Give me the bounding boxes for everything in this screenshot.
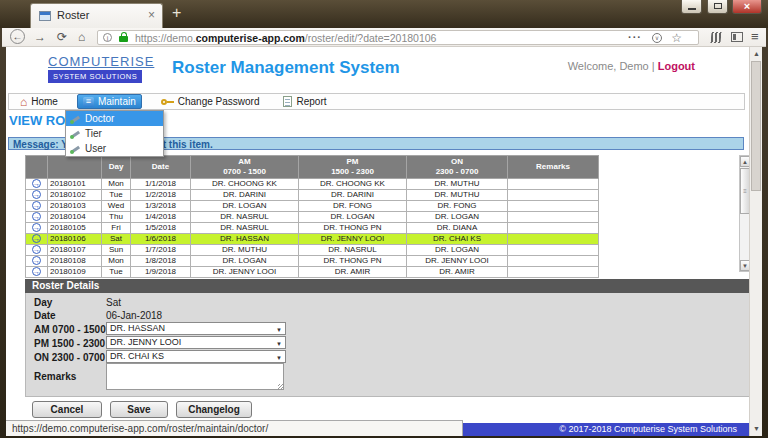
scroll-up-icon[interactable]: ▲ — [740, 156, 749, 167]
table-row-selected[interactable]: 20180106Sat1/6/2018DR. HASSANDR. JENNY L… — [26, 234, 599, 245]
save-button[interactable]: Save — [110, 401, 168, 418]
cell-on: DR. LOGAN — [407, 245, 508, 256]
cell-id: 20180101 — [48, 179, 102, 190]
edit-row-arrow-icon[interactable] — [32, 212, 41, 221]
edit-row-arrow-icon[interactable] — [32, 179, 41, 188]
on-doctor-select[interactable]: DR. CHAI KS ▼ — [106, 350, 286, 363]
cancel-button[interactable]: Cancel — [32, 401, 102, 418]
cell-date: 1/5/2018 — [131, 223, 191, 234]
logo-text[interactable]: COMPUTERISE — [48, 54, 154, 69]
header-remarks: Remarks — [508, 156, 599, 179]
cell-am: DR. JENNY LOOI — [191, 267, 299, 278]
url-prefix: https://demo. — [135, 32, 196, 44]
dropdown-item-tier[interactable]: Tier — [66, 126, 163, 141]
tab-close-icon[interactable]: × — [148, 8, 155, 22]
edit-row-arrow-icon[interactable] — [32, 201, 41, 210]
edit-row-arrow-icon[interactable] — [32, 245, 41, 254]
resize-grip-icon[interactable] — [278, 384, 284, 390]
menu-item-maintain[interactable]: ≡ Maintain — [77, 94, 142, 109]
tab-title: Roster — [57, 9, 89, 21]
edit-row-arrow-icon[interactable] — [32, 267, 41, 276]
table-row[interactable]: 20180107Sun1/7/2018DR. MUTHUDR. NASRULDR… — [26, 245, 599, 256]
cell-pm: DR. FONG — [299, 201, 407, 212]
on-doctor-value: DR. CHAI KS — [110, 351, 164, 361]
maximize-button[interactable] — [707, 0, 728, 14]
cell-date: 1/3/2018 — [131, 201, 191, 212]
table-row[interactable]: 20180104Thu1/4/2018DR. NASRULDR. LOGANDR… — [26, 212, 599, 223]
remarks-label: Remarks — [34, 371, 76, 382]
address-bar[interactable]: i https://demo.computerise-app.com/roste… — [97, 30, 699, 45]
edit-row-arrow-icon[interactable] — [32, 190, 41, 199]
table-row[interactable]: 20180105Fri1/5/2018DR. NASRULDR. THONG P… — [26, 223, 599, 234]
menu-item-label: Change Password — [178, 96, 260, 107]
back-icon[interactable]: ← — [10, 29, 25, 44]
page-actions-icon[interactable]: ··· — [628, 31, 642, 43]
cell-am: DR. MUTHU — [191, 245, 299, 256]
logout-link[interactable]: Logout — [658, 60, 695, 72]
edit-row-arrow-icon[interactable] — [32, 234, 41, 243]
pm-label: PM 1500 - 2300 — [34, 338, 105, 349]
edit-row-arrow-icon[interactable] — [32, 223, 41, 232]
table-row[interactable]: 20180102Tue1/2/2018DR. DARINIDR. DARINID… — [26, 190, 599, 201]
menu-item-home[interactable]: ⌂ Home — [15, 95, 63, 108]
table-row[interactable]: 20180109Tue1/9/2018DR. JENNY LOOIDR. AMI… — [26, 267, 599, 278]
key-icon — [161, 98, 174, 106]
report-document-icon — [283, 96, 292, 107]
bookmark-star-icon[interactable]: ☆ — [671, 31, 682, 45]
edit-row-arrow-icon[interactable] — [32, 256, 41, 265]
refresh-icon[interactable]: ⟳ — [57, 30, 67, 44]
window-titlebar[interactable]: Roster × + × — [0, 0, 768, 28]
scroll-up-icon[interactable]: ▲ — [752, 50, 761, 57]
url-text[interactable]: https://demo.computerise-app.com/roster/… — [135, 32, 436, 44]
dropdown-item-label: Doctor — [85, 113, 114, 124]
cell-day: Tue — [102, 267, 131, 278]
changelog-button[interactable]: Changelog — [176, 401, 252, 418]
menu-hamburger-icon[interactable]: ≡ — [751, 29, 759, 44]
scroll-down-icon[interactable]: ▼ — [752, 425, 761, 432]
pm-doctor-select[interactable]: DR. JENNY LOOI ▼ — [106, 336, 286, 349]
scrollbar-thumb[interactable]: ≡ — [740, 168, 749, 214]
scrollbar-thumb[interactable] — [751, 61, 761, 191]
cell-on: DR. MUTHU — [407, 190, 508, 201]
forward-icon[interactable]: → — [34, 30, 46, 44]
minimize-button[interactable] — [681, 0, 702, 14]
cell-remarks — [508, 212, 599, 223]
page-scrollbar[interactable]: ▲ ▼ — [749, 47, 762, 436]
table-row[interactable]: 20180108Mon1/8/2018DR. LOGANDR. THONG PN… — [26, 256, 599, 267]
library-icon[interactable] — [710, 32, 721, 43]
cell-remarks — [508, 223, 599, 234]
scroll-down-icon[interactable]: ▼ — [740, 260, 749, 271]
menu-item-change-password[interactable]: Change Password — [156, 95, 265, 108]
details-panel: Day Sat Date 06-Jan-2018 AM 0700 - 1500 … — [25, 293, 749, 397]
cell-day: Tue — [102, 190, 131, 201]
roster-table: Day Date AM0700 - 1500 PM1500 - 2300 ON2… — [25, 155, 599, 278]
header-date: Date — [131, 156, 191, 179]
dropdown-item-doctor[interactable]: Doctor — [66, 111, 163, 126]
am-doctor-value: DR. HASSAN — [110, 323, 165, 333]
info-icon[interactable]: i — [103, 33, 112, 42]
browser-home-icon[interactable]: ⌂ — [78, 30, 85, 44]
dropdown-item-user[interactable]: User — [66, 141, 163, 156]
pocket-icon[interactable]: ∨ — [652, 33, 662, 43]
table-scrollbar[interactable]: ▲ ≡ ▼ — [739, 155, 749, 272]
table-row[interactable]: 20180101Mon1/1/2018DR. CHOONG KKDR. CHOO… — [26, 179, 599, 190]
am-doctor-select[interactable]: DR. HASSAN ▼ — [106, 322, 286, 335]
edit-icon — [70, 129, 80, 139]
table-header-row: Day Date AM0700 - 1500 PM1500 - 2300 ON2… — [26, 156, 599, 179]
close-window-button[interactable]: × — [732, 0, 762, 14]
header-am: AM0700 - 1500 — [191, 156, 299, 179]
cell-day: Sat — [102, 234, 131, 245]
cell-pm: DR. AMIR — [299, 267, 407, 278]
cell-pm: DR. NASRUL — [299, 245, 407, 256]
browser-tab[interactable]: Roster × — [30, 3, 163, 28]
new-tab-button[interactable]: + — [172, 4, 181, 22]
sidebar-icon[interactable] — [731, 32, 743, 42]
remarks-textarea[interactable] — [106, 363, 284, 390]
cell-date: 1/9/2018 — [131, 267, 191, 278]
cell-id: 20180103 — [48, 201, 102, 212]
edit-icon — [70, 114, 80, 124]
menu-item-report[interactable]: Report — [278, 95, 331, 108]
table-row[interactable]: 20180103Wed1/3/2018DR. LOGANDR. FONGDR. … — [26, 201, 599, 212]
cell-am: DR. CHOONG KK — [191, 179, 299, 190]
cell-day: Wed — [102, 201, 131, 212]
